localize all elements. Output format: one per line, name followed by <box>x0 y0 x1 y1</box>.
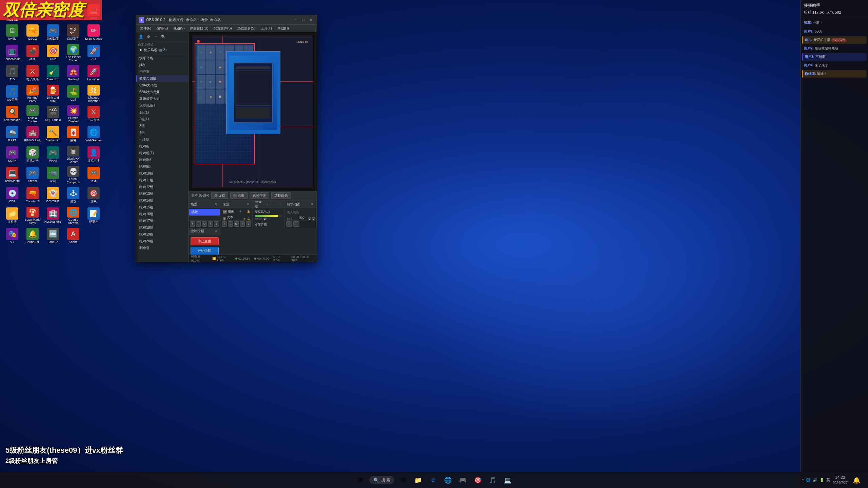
obs-close-btn[interactable]: ✕ <box>308 17 314 23</box>
taskbar-explorer-btn[interactable]: 📁 <box>412 474 424 486</box>
obs-scene-item-7[interactable]: 比赛现场！ <box>136 102 188 109</box>
taskbar-systray-chevron[interactable]: ^ <box>802 478 804 482</box>
obs-source-lock-0[interactable]: 🔒 <box>247 210 250 213</box>
taskbar-app2[interactable]: 🎵 <box>487 474 499 486</box>
desktop-icon-49[interactable]: 🎯 游戏 <box>84 186 103 205</box>
desktop-icon-22[interactable]: 🍺 Dink and drink <box>43 84 62 103</box>
obs-settings-icon[interactable]: ⚙ <box>145 34 152 40</box>
desktop-icon-5[interactable]: 🖥 Nvidia <box>3 23 22 42</box>
desktop-icon-19[interactable]: 🚀 Launcher <box>84 64 103 83</box>
taskbar-steam-btn[interactable]: 🎮 <box>457 474 469 486</box>
obs-scene-panel-btn[interactable]: ⚙ <box>214 202 218 207</box>
desktop-icon-18[interactable]: 🎪 Garland <box>64 64 83 83</box>
obs-scene-item-28[interactable]: 剩余道 <box>136 245 188 251</box>
obs-scene-up-btn[interactable]: ↑ <box>208 221 213 227</box>
obs-source-item-1[interactable]: T 文本 (GDI+) 👁 🔓 <box>221 215 252 220</box>
desktop-icon-43[interactable]: 💀 Lethal Company <box>64 165 83 184</box>
desktop-icon-47[interactable]: 👻 DEVOUR <box>43 186 62 205</box>
obs-scene-panel-item-active[interactable]: 场景 <box>189 209 220 216</box>
desktop-icon-55[interactable]: 🎭 VT <box>3 226 22 245</box>
desktop-icon-7[interactable]: 🎮 游戏助手 <box>43 23 62 42</box>
obs-scene-item-12[interactable]: 七个队 <box>136 136 188 143</box>
taskbar-windows-btn[interactable]: ⊞ <box>354 474 367 486</box>
obs-start-record-btn[interactable]: 开始录制 <box>191 247 219 255</box>
desktop-icon-9[interactable]: ✏ Draw Guess <box>84 23 103 42</box>
obs-source-eye-1[interactable]: 👁 <box>243 218 246 220</box>
desktop-icon-31[interactable]: 🏰 PINKO Park <box>23 125 42 144</box>
obs-source-add-btn[interactable]: + <box>222 221 227 227</box>
desktop-icon-42[interactable]: 📹 录制 <box>43 165 62 184</box>
obs-scene-item-25[interactable]: 吃鸡18组 <box>136 224 188 231</box>
desktop-icon-50[interactable]: 📁 文件夹 <box>3 206 22 225</box>
mixer-menu-0[interactable]: ⋮ <box>268 218 271 221</box>
obs-scene-down-btn[interactable]: ↓ <box>214 221 219 227</box>
obs-transition-config-btn[interactable]: ⚙ <box>310 202 314 207</box>
obs-menu-编辑(E)[interactable]: 编辑(E) <box>154 25 171 32</box>
desktop-icon-41[interactable]: 🎮 Steam <box>23 165 42 184</box>
desktop-icon-30[interactable]: 🚢 RAFT <box>3 125 22 144</box>
desktop-icon-11[interactable]: 💣 战地 <box>23 43 42 62</box>
obs-sources-panel-btn[interactable]: ⚙ <box>245 202 250 207</box>
taskbar-app3[interactable]: 💻 <box>501 474 514 486</box>
taskbar-chrome-btn[interactable]: 🌐 <box>442 474 454 486</box>
obs-scene-item-16[interactable]: 吃鸡9组 <box>136 163 188 170</box>
obs-scene-item-0[interactable]: 快乐马场 <box>136 55 188 62</box>
obs-preview[interactable]: 2019 px 🎮 🎯 <box>189 32 317 191</box>
obs-settings-btn[interactable]: ⚙ 设置 <box>211 192 228 199</box>
obs-scene-item-6[interactable]: 马场帅哥大会 <box>136 96 188 102</box>
obs-menu-停靠窗口(D)[interactable]: 停靠窗口(D) <box>187 25 211 32</box>
desktop-icon-25[interactable]: 🍳 Overcooked <box>3 104 22 123</box>
obs-scene-item-26[interactable]: 吃鸡19组 <box>136 231 188 238</box>
desktop-icon-27[interactable]: 🎬 OBS Studio <box>43 104 62 123</box>
obs-scene-item-21[interactable]: 吃鸡14组 <box>136 197 188 204</box>
obs-points-btn[interactable]: ▤ 点击 <box>230 192 248 199</box>
taskbar-notification-btn[interactable]: 🔔 <box>850 474 863 486</box>
obs-transition-add-btn[interactable]: + <box>286 221 292 227</box>
obs-maximize-btn[interactable]: □ <box>300 17 307 23</box>
desktop-icon-26[interactable]: 🎮 Nvidia Control <box>23 104 42 123</box>
obs-font-btn[interactable]: 选择字体 <box>250 192 269 199</box>
desktop-icon-6[interactable]: 🔫 CSGO <box>23 23 42 42</box>
desktop-icon-17[interactable]: 🧹 Clean Up <box>43 64 62 83</box>
desktop-icon-45[interactable]: 💿 CD9 <box>3 186 22 205</box>
desktop-icon-14[interactable]: 🚀 AU <box>84 43 103 62</box>
obs-scene-item-14[interactable]: 吃鸡组(1) <box>136 150 188 157</box>
obs-source-eye-0[interactable]: 👁 <box>239 210 242 213</box>
obs-menu-工具(T)[interactable]: 工具(T) <box>258 25 275 32</box>
taskbar-clock[interactable]: 14:23 2024/7/27 <box>833 475 848 485</box>
obs-scene-item-3[interactable]: 歌友台调试 <box>136 75 188 82</box>
obs-mixer-config-btn[interactable]: ⋮ <box>278 202 282 207</box>
obs-transition-up-btn[interactable]: ▲ <box>308 217 311 220</box>
obs-scene-item-11[interactable]: 4组 <box>136 129 188 136</box>
taskbar-lang[interactable]: 英 <box>826 477 830 483</box>
obs-scene-item-20[interactable]: 吃鸡13组 <box>136 190 188 197</box>
desktop-icon-36[interactable]: 🎲 游戏大全 <box>23 145 42 164</box>
desktop-icon-57[interactable]: 🔤 Font Be <box>43 226 62 245</box>
obs-minimize-btn[interactable]: ─ <box>293 17 299 23</box>
obs-scene-item-19[interactable]: 吃鸡12组 <box>136 184 188 190</box>
obs-stop-stream-btn[interactable]: 停止直播 <box>191 237 219 245</box>
obs-mixer-remove-btn[interactable]: − <box>272 202 276 207</box>
obs-source-up-btn[interactable]: ↑ <box>240 221 245 227</box>
obs-scene-item-17[interactable]: 吃鸡10组 <box>136 170 188 177</box>
obs-source-config-btn[interactable]: ⚙ <box>234 221 239 227</box>
desktop-icon-33[interactable]: 🀄 麻将 <box>64 125 83 144</box>
obs-scene-config-btn[interactable]: ⚙ <box>202 221 207 227</box>
obs-profile-icon[interactable]: 👤 <box>138 34 144 40</box>
desktop-icon-21[interactable]: 🎉 Pummel Party <box>23 84 42 103</box>
obs-scene-item-15[interactable]: 吃鸡8组 <box>136 157 188 163</box>
obs-scene-remove-btn[interactable]: − <box>196 221 201 227</box>
obs-search-icon[interactable]: 🔍 <box>160 34 166 40</box>
desktop-icon-56[interactable]: 🔔 SoundBell <box>23 226 42 245</box>
desktop-icon-10[interactable]: 📺 TenseMedia <box>3 43 22 62</box>
obs-source-lock-1[interactable]: 🔓 <box>247 218 250 220</box>
desktop-icon-48[interactable]: 🕹 游戏 <box>64 186 83 205</box>
desktop-icon-38[interactable]: 🖥 DisplayW Center <box>64 145 83 164</box>
obs-menu-视图(V)[interactable]: 视图(V) <box>171 25 187 32</box>
desktop-icon-44[interactable]: 🎮 游戏 <box>84 165 103 184</box>
obs-scene-item-18[interactable]: 吃鸡11组 <box>136 177 188 184</box>
obs-menu-帮助(H)[interactable]: 帮助(H) <box>275 25 292 32</box>
desktop-icon-16[interactable]: ⚔ 电子战场 <box>23 64 42 83</box>
taskbar-volume-icon[interactable]: 🔊 <box>813 478 817 482</box>
desktop-icon-23[interactable]: ⛳ Golf <box>64 84 83 103</box>
